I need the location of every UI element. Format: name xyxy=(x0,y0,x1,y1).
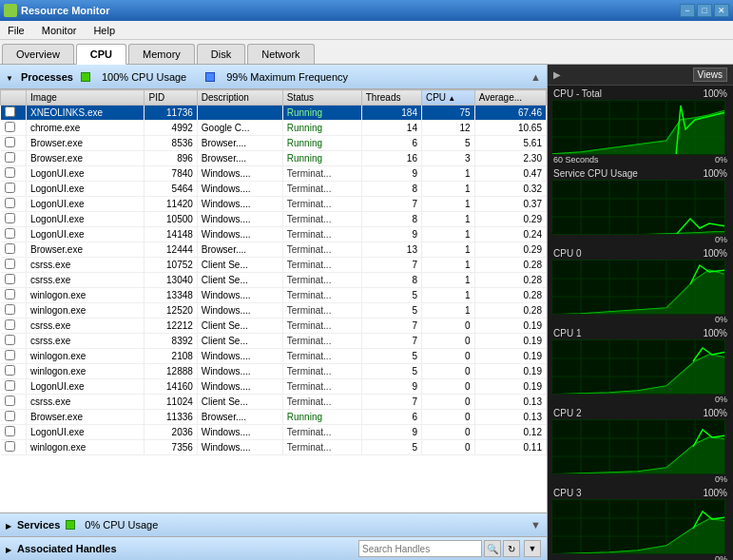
row-check[interactable] xyxy=(1,121,27,136)
table-row[interactable]: csrss.exe 13040 Client Se... Terminat...… xyxy=(1,273,547,288)
table-row[interactable]: winlogon.exe 2108 Windows.... Terminat..… xyxy=(1,349,547,364)
table-row[interactable]: LogonUI.exe 5464 Windows.... Terminat...… xyxy=(1,182,547,197)
table-row[interactable]: LogonUI.exe 14148 Windows.... Terminat..… xyxy=(1,227,547,242)
maximize-button[interactable]: □ xyxy=(697,4,712,17)
table-row[interactable]: Browser.exe 12444 Browser.... Terminat..… xyxy=(1,242,547,258)
row-status: Terminat... xyxy=(282,166,361,182)
cpu2-label: CPU 2 xyxy=(553,408,581,418)
process-table-wrapper[interactable]: Image PID Description Status Threads CPU… xyxy=(0,89,547,509)
row-check[interactable] xyxy=(1,349,27,364)
row-check[interactable] xyxy=(1,212,27,227)
row-check[interactable] xyxy=(1,227,27,242)
row-check[interactable] xyxy=(1,258,27,273)
col-header-avg[interactable]: Average... xyxy=(474,90,546,106)
table-row[interactable]: chrome.exe 4992 Google C... Running 14 1… xyxy=(1,121,547,136)
row-cpu: 1 xyxy=(421,227,474,242)
app-icon xyxy=(4,4,17,17)
row-check[interactable] xyxy=(1,440,27,455)
tab-cpu[interactable]: CPU xyxy=(76,44,126,65)
row-check[interactable] xyxy=(1,136,27,151)
row-cpu: 0 xyxy=(421,364,474,379)
table-row[interactable]: csrss.exe 8392 Client Se... Terminat... … xyxy=(1,334,547,349)
table-row[interactable]: LogonUI.exe 11420 Windows.... Terminat..… xyxy=(1,197,547,212)
row-check[interactable] xyxy=(1,197,27,212)
minimize-button[interactable]: − xyxy=(680,4,695,17)
services-header[interactable]: Services 0% CPU Usage ▼ xyxy=(0,513,547,536)
col-header-image[interactable]: Image xyxy=(26,90,145,106)
row-check[interactable] xyxy=(1,379,27,395)
table-row[interactable]: LogonUI.exe 14160 Windows.... Terminat..… xyxy=(1,379,547,395)
row-avg: 0.32 xyxy=(474,182,546,197)
right-panel-expand-icon[interactable]: ▶ xyxy=(553,69,561,80)
table-row[interactable]: Browser.exe 11336 Browser.... Running 6 … xyxy=(1,410,547,425)
close-button[interactable]: ✕ xyxy=(714,4,729,17)
col-header-check[interactable] xyxy=(1,90,27,106)
row-check[interactable] xyxy=(1,166,27,182)
table-row[interactable]: winlogon.exe 12888 Windows.... Terminat.… xyxy=(1,364,547,379)
col-header-cpu[interactable]: CPU xyxy=(421,90,474,106)
row-check[interactable] xyxy=(1,334,27,349)
menu-file[interactable]: File xyxy=(4,23,29,38)
row-pid: 8392 xyxy=(145,334,197,349)
row-check[interactable] xyxy=(1,182,27,197)
table-row[interactable]: XNEOLINKS.exe 11736 Running 184 75 67.46 xyxy=(1,106,547,121)
table-row[interactable]: LogonUI.exe 2036 Windows.... Terminat...… xyxy=(1,425,547,440)
row-avg: 2.30 xyxy=(474,151,546,166)
row-avg: 0.12 xyxy=(474,425,546,440)
service-cpu-100: 100% xyxy=(703,168,727,179)
table-row[interactable]: csrss.exe 11024 Client Se... Terminat...… xyxy=(1,395,547,410)
row-desc xyxy=(197,106,282,121)
row-check[interactable] xyxy=(1,364,27,379)
search-button[interactable]: 🔍 xyxy=(484,540,501,557)
row-cpu: 1 xyxy=(421,212,474,227)
cpu3-label: CPU 3 xyxy=(553,488,581,498)
row-check[interactable] xyxy=(1,425,27,440)
col-header-desc[interactable]: Description xyxy=(197,90,282,106)
menu-help[interactable]: Help xyxy=(89,23,119,38)
processes-title: Processes xyxy=(21,71,73,83)
tab-overview[interactable]: Overview xyxy=(2,44,74,64)
table-row[interactable]: LogonUI.exe 7840 Windows.... Terminat...… xyxy=(1,166,547,182)
cpu3-block: CPU 3 100% xyxy=(551,487,729,560)
row-pid: 13040 xyxy=(145,273,197,288)
main-content: Processes 100% CPU Usage 99% Maximum Fre… xyxy=(0,65,733,560)
row-check[interactable] xyxy=(1,288,27,303)
row-pid: 7356 xyxy=(145,440,197,455)
row-check[interactable] xyxy=(1,151,27,166)
row-check[interactable] xyxy=(1,303,27,319)
search-refresh-button[interactable]: ↻ xyxy=(503,540,520,557)
row-check[interactable] xyxy=(1,319,27,334)
col-header-pid[interactable]: PID xyxy=(145,90,197,106)
table-row[interactable]: Browser.exe 896 Browser.... Running 16 3… xyxy=(1,151,547,166)
table-row[interactable]: csrss.exe 10752 Client Se... Terminat...… xyxy=(1,258,547,273)
handles-arrow[interactable]: ▼ xyxy=(524,540,541,557)
row-image: XNEOLINKS.exe xyxy=(26,106,145,121)
col-header-status[interactable]: Status xyxy=(282,90,361,106)
row-check[interactable] xyxy=(1,106,27,121)
tab-disk[interactable]: Disk xyxy=(197,44,245,64)
table-row[interactable]: Browser.exe 8536 Browser.... Running 6 5… xyxy=(1,136,547,151)
views-button[interactable]: Views xyxy=(693,68,728,82)
processes-section-header[interactable]: Processes 100% CPU Usage 99% Maximum Fre… xyxy=(0,65,547,89)
table-row[interactable]: LogonUI.exe 10500 Windows.... Terminat..… xyxy=(1,212,547,227)
row-check[interactable] xyxy=(1,273,27,288)
menu-monitor[interactable]: Monitor xyxy=(38,23,81,38)
tab-network[interactable]: Network xyxy=(247,44,314,64)
cpu1-label: CPU 1 xyxy=(553,328,581,338)
row-check[interactable] xyxy=(1,410,27,425)
row-status: Running xyxy=(282,151,361,166)
col-header-threads[interactable]: Threads xyxy=(361,90,421,106)
table-row[interactable]: winlogon.exe 12520 Windows.... Terminat.… xyxy=(1,303,547,319)
table-row[interactable]: winlogon.exe 7356 Windows.... Terminat..… xyxy=(1,440,547,455)
row-check[interactable] xyxy=(1,395,27,410)
search-handles-input[interactable] xyxy=(358,540,482,557)
tab-memory[interactable]: Memory xyxy=(128,44,195,64)
scroll-up-icon[interactable]: ▲ xyxy=(530,71,541,83)
table-row[interactable]: winlogon.exe 13348 Windows.... Terminat.… xyxy=(1,288,547,303)
row-status: Terminat... xyxy=(282,440,361,455)
cpu0-graph xyxy=(551,260,725,315)
row-cpu: 0 xyxy=(421,349,474,364)
table-row[interactable]: csrss.exe 12212 Client Se... Terminat...… xyxy=(1,319,547,334)
services-arrow[interactable]: ▼ xyxy=(530,519,541,531)
row-check[interactable] xyxy=(1,242,27,258)
